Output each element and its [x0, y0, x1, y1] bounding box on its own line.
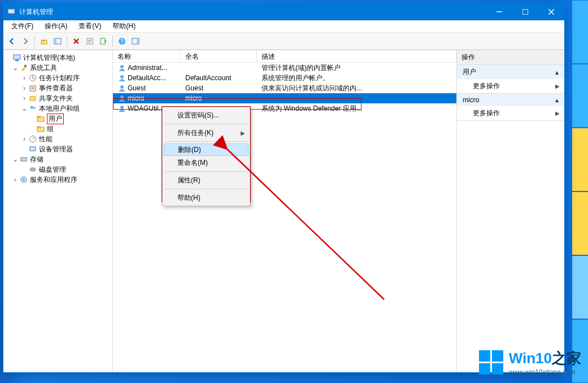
actions-more-micro[interactable]: 更多操作 ▶ — [457, 106, 564, 120]
maximize-button[interactable] — [512, 3, 538, 20]
tree-services-apps[interactable]: › 服务和应用程序 — [5, 175, 111, 185]
up-level-button[interactable] — [38, 35, 50, 47]
tree-label: 组 — [47, 124, 54, 134]
ctx-rename[interactable]: 重命名(M) — [164, 156, 249, 169]
svg-rect-0 — [8, 9, 15, 14]
watermark-url: www.win10xitong.com — [509, 368, 581, 376]
ctx-label: 所有任务(K) — [177, 128, 214, 138]
tree-disk-management[interactable]: 磁盘管理 — [5, 164, 111, 175]
services-icon — [19, 175, 28, 184]
tree-label: 本地用户和组 — [39, 104, 80, 114]
users-list[interactable]: 名称 全名 描述 Administrat...管理计算机(域)的内置帐户Defa… — [113, 50, 456, 372]
tree-users[interactable]: 用户 — [5, 114, 111, 124]
separator — [165, 171, 247, 172]
actions-pane: 操作 用户 ▴ 更多操作 ▶ micro ▴ — [457, 50, 564, 372]
col-fullname[interactable]: 全名 — [181, 50, 257, 62]
tree-shared-folders[interactable]: › 共享文件夹 — [5, 93, 111, 103]
user-icon — [117, 94, 127, 103]
svg-rect-22 — [37, 116, 40, 117]
computer-icon — [12, 53, 21, 62]
chevron-down-icon[interactable]: ⌄ — [20, 105, 28, 112]
svg-rect-2 — [496, 11, 502, 12]
table-row[interactable]: GuestGuest供来宾访问计算机或访问域的内... — [113, 83, 456, 93]
chevron-right-icon[interactable]: › — [20, 135, 28, 143]
delete-button[interactable] — [70, 35, 82, 47]
cell-name: Administrat... — [128, 64, 167, 72]
menu-file[interactable]: 文件(F) — [6, 20, 39, 32]
computer-management-window: 计算机管理 文件(F) 操作(A) 查看(V) 帮助(H) — [3, 3, 565, 373]
shared-folder-icon — [28, 94, 37, 103]
tree-task-scheduler[interactable]: › 任务计划程序 — [5, 73, 111, 83]
chevron-right-icon[interactable]: › — [11, 176, 19, 184]
show-hide-tree-button[interactable] — [51, 35, 64, 47]
collapse-icon: ▴ — [555, 96, 559, 104]
titlebar[interactable]: 计算机管理 — [3, 3, 564, 20]
menu-help[interactable]: 帮助(H) — [107, 20, 141, 32]
actions-group-micro[interactable]: micro ▴ — [457, 94, 564, 106]
actions-more-users[interactable]: 更多操作 ▶ — [457, 79, 564, 93]
svg-point-35 — [120, 106, 124, 109]
folder-icon — [36, 114, 45, 123]
cell-name: WDAGUtil... — [128, 105, 164, 112]
user-icon — [117, 104, 127, 113]
chevron-right-icon: ▶ — [555, 110, 560, 116]
actions-group-label: 用户 — [463, 67, 476, 77]
tree-root[interactable]: 计算机管理(本地) — [5, 53, 111, 63]
tree-label: 性能 — [39, 134, 53, 144]
ctx-help[interactable]: 帮助(H) — [164, 191, 249, 204]
svg-rect-27 — [21, 158, 27, 161]
navigation-tree[interactable]: 计算机管理(本地) ⌄ 系统工具 › 任务计划程序 › 事件查看器 — [3, 50, 113, 372]
svg-rect-4 — [41, 40, 47, 44]
tree-system-tools[interactable]: ⌄ 系统工具 — [5, 63, 111, 73]
ctx-delete[interactable]: 删除(D) — [164, 143, 249, 156]
ctx-set-password[interactable]: 设置密码(S)... — [164, 108, 249, 122]
cell-name: micro — [128, 94, 144, 102]
properties-button[interactable] — [84, 35, 96, 47]
clock-icon — [28, 73, 37, 82]
close-button[interactable] — [538, 3, 564, 20]
tree-device-manager[interactable]: 设备管理器 — [5, 144, 111, 154]
actions-pane-button[interactable] — [129, 35, 142, 47]
table-row[interactable]: Administrat...管理计算机(域)的内置帐户 — [113, 63, 456, 73]
menu-action[interactable]: 操作(A) — [39, 20, 73, 32]
disk-icon — [28, 165, 37, 174]
svg-point-30 — [23, 179, 25, 181]
tree-label: 事件查看器 — [39, 84, 73, 93]
ctx-label: 属性(R) — [177, 176, 201, 185]
tree-storage[interactable]: ⌄ 存储 — [5, 154, 111, 164]
context-menu: 设置密码(S)... 所有任务(K)▶ 删除(D) 重命名(M) 属性(R) 帮… — [162, 107, 250, 206]
cell-description: 系统为 Windows Defender 应用... — [257, 103, 456, 114]
export-button[interactable] — [97, 35, 110, 47]
device-icon — [28, 145, 37, 154]
col-name[interactable]: 名称 — [113, 50, 181, 62]
tree-groups[interactable]: 组 — [5, 124, 111, 134]
chevron-right-icon[interactable]: › — [20, 74, 28, 82]
tree-label: 计算机管理(本地) — [23, 53, 75, 63]
tree-performance[interactable]: › 性能 — [5, 134, 111, 144]
separator — [165, 141, 247, 142]
svg-point-28 — [30, 168, 36, 171]
ctx-all-tasks[interactable]: 所有任务(K)▶ — [164, 126, 249, 140]
separator — [165, 189, 247, 189]
menu-view[interactable]: 查看(V) — [73, 20, 107, 32]
col-description[interactable]: 描述 — [257, 50, 456, 62]
submenu-arrow-icon: ▶ — [241, 130, 245, 136]
table-row[interactable]: DefaultAcc...DefaultAccount系统管理的用户帐户。 — [113, 73, 456, 83]
actions-group-users[interactable]: 用户 ▴ — [457, 65, 564, 79]
chevron-down-icon[interactable]: ⌄ — [11, 64, 19, 72]
tree-event-viewer[interactable]: › 事件查看器 — [5, 83, 111, 93]
actions-group-label: micro — [463, 96, 479, 104]
list-columns: 名称 全名 描述 — [113, 50, 456, 63]
actions-item-label: 更多操作 — [473, 81, 500, 91]
chevron-right-icon[interactable]: › — [20, 94, 28, 102]
nav-back-button[interactable] — [6, 35, 18, 47]
nav-forward-button[interactable] — [19, 35, 32, 47]
chevron-down-icon[interactable]: ⌄ — [11, 155, 19, 163]
chevron-right-icon[interactable]: › — [20, 84, 28, 92]
table-row[interactable]: micromicro — [113, 93, 456, 103]
ctx-properties[interactable]: 属性(R) — [164, 173, 249, 187]
tree-local-users-groups[interactable]: ⌄ 本地用户和组 — [5, 103, 111, 114]
help-button[interactable]: ? — [116, 35, 128, 47]
minimize-button[interactable] — [486, 3, 512, 20]
svg-rect-12 — [137, 38, 139, 44]
